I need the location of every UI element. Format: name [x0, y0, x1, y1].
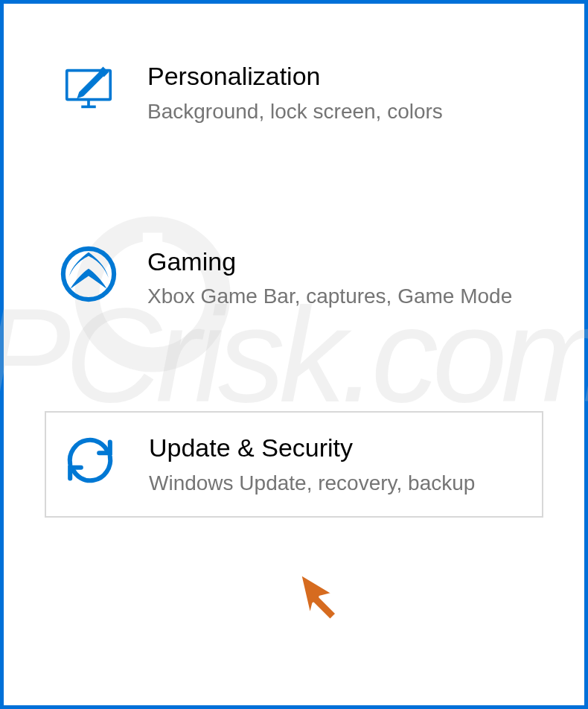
item-title: Personalization [147, 61, 443, 92]
item-title: Update & Security [149, 433, 475, 463]
settings-list: Personalization Background, lock screen,… [4, 4, 584, 555]
cursor-pointer-icon [287, 560, 354, 627]
settings-item-personalization[interactable]: Personalization Background, lock screen,… [45, 41, 543, 144]
item-text-container: Personalization Background, lock screen,… [147, 60, 443, 126]
gaming-icon [60, 245, 118, 303]
item-text-container: Gaming Xbox Game Bar, captures, Game Mod… [147, 245, 512, 311]
item-description: Windows Update, recovery, backup [149, 469, 475, 497]
settings-item-update-security[interactable]: Update & Security Windows Update, recove… [45, 411, 543, 518]
item-description: Xbox Game Bar, captures, Game Mode [147, 282, 512, 311]
item-description: Background, lock screen, colors [147, 98, 443, 126]
item-text-container: Update & Security Windows Update, recove… [149, 431, 475, 497]
update-security-icon [61, 431, 119, 489]
settings-item-gaming[interactable]: Gaming Xbox Game Bar, captures, Game Mod… [45, 226, 543, 330]
settings-window-frame: PCrisk.com Personalization Background, l… [0, 0, 588, 709]
personalization-icon [60, 60, 118, 118]
item-title: Gaming [147, 247, 512, 277]
